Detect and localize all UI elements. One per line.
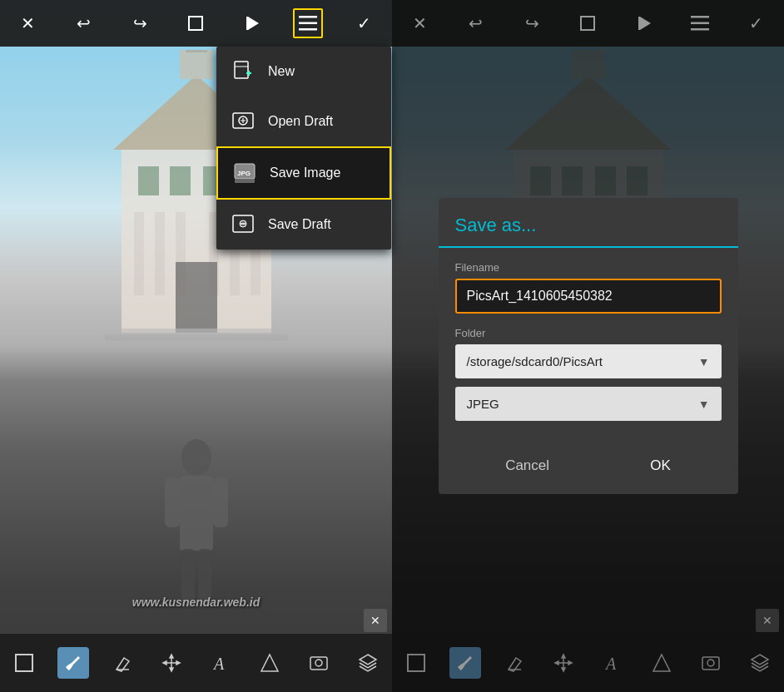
svg-rect-26 [299, 16, 317, 18]
svg-marker-46 [176, 661, 180, 665]
format-value: JPEG [467, 397, 499, 411]
ok-button[interactable]: OK [633, 451, 687, 481]
filename-label: Filename [455, 261, 722, 274]
menu-item-new[interactable]: New [216, 47, 391, 96]
svg-rect-37 [235, 179, 255, 183]
right-panel: ✕ ↩ ↪ ✓ Save as... [392, 0, 784, 692]
menu-item-open-draft-label: Open Draft [268, 114, 333, 129]
bottom-toolbar-left: A [0, 634, 392, 692]
cancel-button[interactable]: Cancel [489, 451, 566, 481]
redo-icon[interactable]: ↪ [125, 8, 155, 38]
menu-item-save-draft-label: Save Draft [268, 217, 331, 232]
format-dropdown-arrow: ▼ [698, 398, 710, 411]
svg-point-50 [315, 660, 322, 666]
svg-rect-3 [186, 50, 207, 52]
menu-icon-left[interactable] [293, 8, 323, 38]
folder-dropdown[interactable]: /storage/sdcard0/PicsArt ▼ [455, 344, 722, 378]
svg-rect-8 [134, 212, 144, 295]
photo-tool-icon[interactable] [303, 647, 335, 679]
menu-item-save-image-label: Save Image [270, 166, 340, 180]
menu-item-save-draft[interactable]: Save Draft [216, 200, 391, 250]
close-x-button-left[interactable]: ✕ [364, 609, 387, 632]
svg-rect-16 [105, 334, 288, 341]
svg-marker-48 [261, 655, 278, 671]
svg-rect-23 [189, 17, 202, 30]
move-tool-icon[interactable] [156, 647, 187, 679]
svg-rect-25 [246, 17, 248, 30]
svg-rect-4 [138, 166, 159, 195]
svg-marker-43 [170, 655, 173, 658]
svg-rect-28 [299, 28, 317, 31]
svg-rect-9 [155, 212, 165, 295]
dropdown-menu: New Open Draft JPG Save Image [216, 47, 391, 250]
dialog-title: Save as... [455, 215, 722, 236]
svg-marker-44 [170, 668, 173, 671]
folder-value: /storage/sdcard0/PicsArt [467, 354, 603, 368]
save-image-icon: JPG [231, 160, 258, 186]
svg-rect-2 [180, 50, 213, 79]
save-as-dialog: Save as... Filename Folder /storage/sdca… [439, 198, 738, 494]
menu-item-new-label: New [268, 64, 295, 79]
check-icon[interactable]: ✓ [349, 8, 379, 38]
shape-tool-icon[interactable] [254, 647, 285, 679]
play-icon[interactable] [237, 8, 267, 38]
layers-tool-icon[interactable] [352, 647, 384, 679]
dialog-title-bar: Save as... [439, 198, 738, 248]
svg-rect-19 [165, 477, 180, 527]
svg-rect-20 [213, 477, 228, 527]
text-tool-icon[interactable]: A [205, 647, 236, 679]
filename-input[interactable] [455, 279, 722, 314]
svg-text:A: A [212, 655, 225, 673]
open-draft-icon [230, 108, 256, 135]
svg-point-17 [181, 439, 211, 476]
dialog-buttons: Cancel OK [439, 451, 738, 481]
svg-rect-5 [170, 166, 191, 195]
svg-rect-29 [235, 62, 248, 78]
svg-rect-14 [176, 262, 217, 333]
svg-marker-24 [248, 17, 259, 30]
folder-label: Folder [455, 327, 722, 339]
new-file-icon [230, 58, 256, 85]
menu-item-open-draft[interactable]: Open Draft [216, 96, 391, 146]
toolbar-left: ✕ ↩ ↪ ✓ [0, 0, 392, 47]
brush-tool-icon[interactable] [57, 647, 89, 679]
format-dropdown[interactable]: JPEG ▼ [455, 387, 722, 421]
dialog-body: Filename Folder /storage/sdcard0/PicsArt… [439, 248, 738, 451]
undo-icon[interactable]: ↩ [69, 8, 99, 38]
svg-rect-27 [299, 22, 317, 25]
eraser-tool-icon[interactable] [107, 647, 138, 679]
watermark-left: www.kusnendar.web.id [132, 596, 261, 609]
left-panel: www.kusnendar.web.id ✕ ↩ ↪ ✓ [0, 0, 392, 692]
svg-rect-41 [16, 655, 32, 671]
crop-icon[interactable] [181, 8, 211, 38]
save-draft-icon [230, 211, 256, 238]
folder-dropdown-arrow: ▼ [698, 355, 710, 368]
svg-marker-51 [360, 655, 376, 665]
menu-item-save-image[interactable]: JPG Save Image [216, 146, 391, 200]
svg-text:JPG: JPG [237, 170, 251, 177]
close-icon[interactable]: ✕ [13, 8, 43, 38]
rect-tool-icon[interactable] [8, 647, 40, 679]
svg-rect-18 [180, 476, 213, 551]
svg-marker-45 [163, 661, 166, 665]
